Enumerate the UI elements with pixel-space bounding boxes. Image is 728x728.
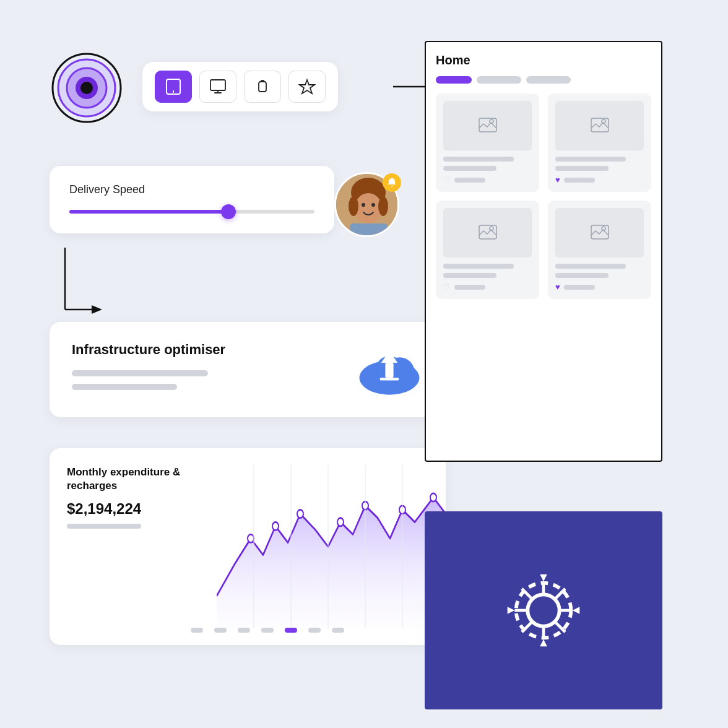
home-panel-title: Home (436, 53, 651, 67)
monitor-btn[interactable] (199, 71, 236, 103)
svg-point-39 (297, 509, 303, 518)
dot-5[interactable] (285, 628, 297, 633)
home-card-4-image (555, 208, 644, 258)
user-avatar (334, 172, 404, 241)
infra-title: Infrastructure optimiser (72, 342, 355, 358)
expenditure-chart (217, 448, 446, 645)
dot-4[interactable] (261, 628, 274, 633)
home-tab-3[interactable] (526, 76, 571, 84)
home-card-2: ♥ (548, 93, 651, 192)
infra-bar-2 (72, 384, 177, 390)
device-toolbar (142, 62, 338, 111)
infra-optimiser-card: Infrastructure optimiser (50, 322, 446, 417)
svg-rect-9 (210, 80, 225, 90)
home-card-4: ♥ (548, 201, 651, 299)
gear-icon (500, 567, 587, 654)
expenditure-card: Monthly expenditure & recharges $2,194,2… (50, 448, 446, 645)
home-tab-1[interactable] (436, 76, 472, 84)
svg-marker-15 (300, 80, 314, 93)
notification-bell[interactable] (383, 173, 401, 192)
arrow-left-down (62, 245, 105, 334)
home-card-2-image (555, 101, 644, 150)
home-card-3: ♡ (436, 201, 539, 299)
home-card-grid: ♡ ♥ ♡ (436, 93, 651, 299)
dot-1[interactable] (191, 628, 203, 633)
dot-2[interactable] (214, 628, 227, 633)
svg-point-22 (362, 203, 365, 207)
svg-point-57 (527, 594, 559, 626)
settings-panel (425, 511, 662, 709)
svg-point-26 (378, 196, 388, 216)
home-card-3-image (443, 208, 532, 258)
svg-point-23 (371, 203, 375, 207)
svg-point-43 (430, 493, 436, 501)
delivery-speed-card: Delivery Speed (50, 166, 334, 233)
svg-point-6 (80, 82, 93, 94)
star-btn[interactable] (288, 71, 326, 103)
svg-point-25 (349, 196, 358, 216)
cloud-upload-icon (355, 342, 423, 397)
slider-thumb[interactable] (221, 204, 236, 219)
expenditure-bar (67, 524, 141, 529)
svg-marker-35 (381, 350, 397, 363)
delivery-speed-label: Delivery Speed (69, 183, 314, 196)
svg-rect-12 (259, 82, 266, 92)
svg-point-37 (248, 534, 254, 542)
chart-pagination-dots (67, 628, 428, 633)
svg-rect-36 (380, 378, 399, 380)
svg-rect-24 (350, 223, 388, 237)
home-panel: Home ♡ ♥ (425, 41, 662, 462)
infra-bar-1 (72, 370, 208, 376)
svg-rect-34 (385, 363, 393, 378)
svg-point-40 (337, 518, 344, 526)
slider-track[interactable] (69, 210, 314, 214)
dot-7[interactable] (332, 628, 344, 633)
home-tab-2[interactable] (477, 76, 521, 84)
home-card-1-image (443, 101, 532, 150)
home-card-1: ♡ (436, 93, 539, 192)
watch-btn[interactable] (244, 71, 281, 103)
dot-3[interactable] (238, 628, 250, 633)
tablet-btn[interactable] (155, 71, 192, 103)
expenditure-title: Monthly expenditure & recharges (67, 466, 191, 493)
dot-6[interactable] (308, 628, 321, 633)
svg-point-21 (355, 193, 382, 223)
home-tabs (436, 76, 651, 84)
svg-point-38 (272, 522, 279, 530)
svg-marker-29 (92, 305, 102, 314)
target-icon (50, 51, 124, 125)
